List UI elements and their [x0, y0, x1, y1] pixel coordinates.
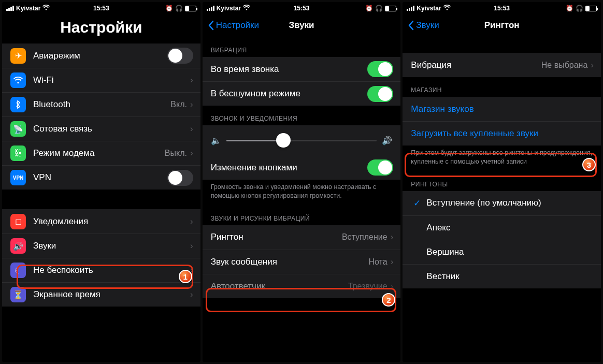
label: Загрузить все купленные звуки	[411, 128, 594, 139]
screen-ringtone: Kyivstar 15:53 ⏰ 🎧 Звуки Рингтон Вибраци…	[403, 2, 601, 362]
callout-badge-3: 3	[582, 158, 596, 171]
callout-badge-1: 1	[179, 270, 192, 283]
hourglass-icon: ⏳	[10, 287, 26, 302]
battery-icon	[185, 6, 196, 11]
carrier-label: Kyivstar	[417, 5, 441, 12]
toggle[interactable]	[367, 61, 393, 77]
section-header-ringtones: РИНГТОНЫ	[403, 171, 601, 191]
status-bar: Kyivstar 15:53 ⏰ 🎧	[2, 2, 200, 13]
headphones-icon: 🎧	[175, 5, 183, 12]
row-bluetooth[interactable]: Bluetooth Вкл. ›	[2, 92, 200, 117]
value: Вступление	[342, 232, 387, 242]
page-title: Настройки	[2, 13, 200, 43]
row-hotspot[interactable]: ⛓ Режим модема Выкл. ›	[2, 141, 200, 165]
row-wifi[interactable]: Wi-Fi ›	[2, 68, 200, 92]
label: Магазин звуков	[411, 104, 594, 114]
hotspot-icon: ⛓	[10, 145, 26, 161]
chevron-right-icon: ›	[190, 289, 193, 300]
back-button[interactable]: Звуки	[408, 20, 439, 31]
row-texttone[interactable]: Звук сообщения Нота ›	[203, 250, 401, 274]
row-ringtone-item[interactable]: Апекс	[403, 215, 601, 240]
label: Не беспокоить	[33, 265, 190, 275]
alarm-icon: ⏰	[165, 5, 173, 12]
label: Вступление (по умолчанию)	[426, 198, 594, 208]
battery-icon	[385, 6, 396, 11]
wifi-icon	[443, 5, 451, 12]
screen-settings: Kyivstar 15:53 ⏰ 🎧 Настройки ✈︎ Авиарежи…	[2, 2, 200, 362]
signal-icon	[6, 6, 14, 11]
label: Вестник	[426, 271, 594, 282]
row-voicemail[interactable]: Автоответчик Трезвучие ›	[203, 274, 401, 298]
cellular-icon: 📡	[10, 121, 26, 137]
back-button[interactable]: Настройки	[208, 20, 259, 31]
clock: 15:53	[93, 5, 109, 12]
section-header-ringer: ЗВОНОК И УВЕДОМЛЕНИЯ	[203, 106, 401, 125]
label: Звук сообщения	[211, 257, 369, 267]
section-footer-store: При этом будут загружены все рингтоны и …	[403, 145, 601, 171]
label: Апекс	[426, 223, 594, 233]
clock: 15:53	[294, 5, 310, 12]
row-vibrate-on-ring[interactable]: Во время звонка	[203, 57, 401, 81]
row-ringtone-item[interactable]: ✓ Вступление (по умолчанию)	[403, 191, 601, 215]
row-sounds[interactable]: 🔊 Звуки ›	[2, 234, 200, 258]
volume-slider[interactable]	[226, 140, 377, 141]
row-airplane[interactable]: ✈︎ Авиарежим	[2, 43, 200, 68]
vpn-toggle[interactable]	[167, 170, 193, 186]
row-tone-store[interactable]: Магазин звуков	[403, 97, 601, 121]
vpn-icon: VPN	[10, 170, 26, 185]
row-screentime[interactable]: ⏳ Экранное время ›	[2, 282, 200, 307]
chevron-right-icon: ›	[190, 148, 193, 158]
label: Вершина	[426, 247, 594, 257]
row-cellular[interactable]: 📡 Сотовая связь ›	[2, 117, 200, 141]
label: Рингтон	[211, 232, 342, 242]
row-ringtone-item[interactable]: Вестник	[403, 264, 601, 288]
volume-high-icon: 🔊	[382, 136, 392, 145]
back-label: Звуки	[416, 20, 439, 31]
wifi-icon	[243, 5, 250, 12]
label: Авиарежим	[33, 51, 167, 61]
section-header-vibration: ВИБРАЦИЯ	[203, 37, 401, 57]
row-vpn[interactable]: VPN VPN	[2, 165, 200, 190]
row-ringtone[interactable]: Рингтон Вступление ›	[203, 225, 401, 250]
check-icon: ✓	[411, 198, 423, 209]
label: Режим модема	[33, 148, 165, 158]
toggle[interactable]	[367, 159, 393, 176]
value: Нота	[369, 257, 387, 267]
label: VPN	[33, 172, 167, 183]
toggle[interactable]	[367, 86, 393, 102]
airplane-toggle[interactable]	[167, 48, 193, 64]
wifi-row-icon	[10, 72, 26, 88]
row-vibrate-on-silent[interactable]: В бесшумном режиме	[203, 81, 401, 106]
chevron-right-icon: ›	[190, 124, 193, 134]
status-bar: Kyivstar 15:53 ⏰ 🎧	[403, 2, 601, 13]
headphones-icon: 🎧	[576, 5, 583, 12]
row-notifications[interactable]: ◻︎ Уведомления ›	[2, 209, 200, 234]
label: Bluetooth	[33, 99, 170, 110]
label: Сотовая связь	[33, 124, 190, 134]
row-vibration[interactable]: Вибрация Не выбрана ›	[403, 53, 601, 77]
label: Экранное время	[33, 289, 190, 300]
sounds-icon: 🔊	[10, 238, 26, 254]
page-title: Рингтон	[484, 20, 520, 31]
value: Не выбрана	[541, 61, 588, 70]
row-download-purchased[interactable]: Загрузить все купленные звуки	[403, 121, 601, 145]
carrier-label: Kyivstar	[217, 5, 241, 12]
row-change-with-buttons[interactable]: Изменение кнопками	[203, 155, 401, 180]
row-dnd[interactable]: ☾ Не беспокоить ›	[2, 258, 200, 282]
airplane-icon: ✈︎	[10, 48, 26, 64]
alarm-icon: ⏰	[365, 5, 373, 12]
chevron-right-icon: ›	[190, 241, 193, 251]
page-title: Звуки	[289, 20, 314, 31]
signal-icon	[207, 6, 214, 11]
label: Вибрация	[411, 60, 541, 70]
chevron-right-icon: ›	[391, 257, 394, 267]
label: Автоответчик	[211, 281, 348, 292]
value: Вкл.	[170, 100, 187, 109]
row-volume-slider[interactable]: 🔈 🔊	[203, 125, 401, 155]
carrier-label: Kyivstar	[16, 5, 40, 12]
battery-icon	[585, 6, 597, 11]
section-header-patterns: ЗВУКИ И РИСУНКИ ВИБРАЦИЙ	[203, 206, 401, 225]
status-bar: Kyivstar 15:53 ⏰ 🎧	[203, 2, 401, 13]
bluetooth-icon	[10, 97, 26, 112]
row-ringtone-item[interactable]: Вершина	[403, 240, 601, 264]
